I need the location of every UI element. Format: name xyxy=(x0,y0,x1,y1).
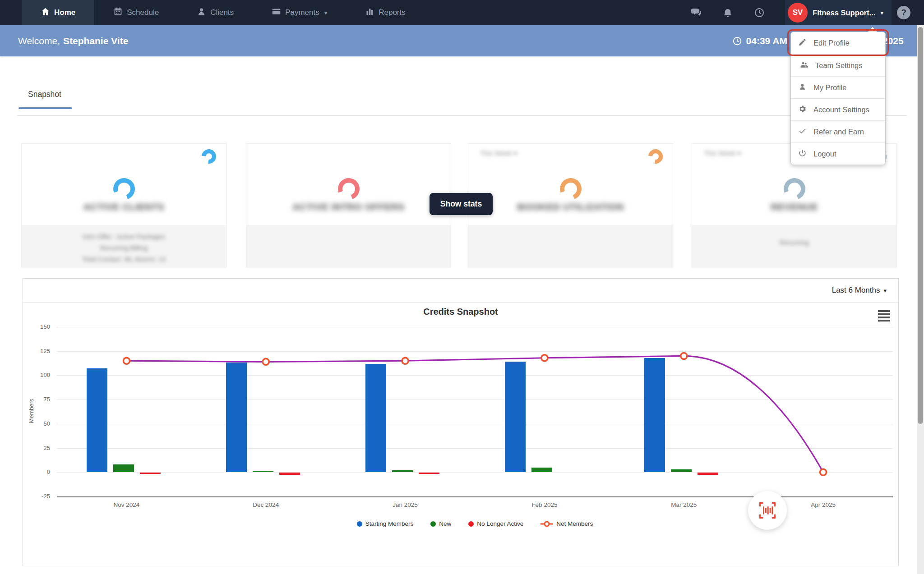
help-icon[interactable]: ? xyxy=(897,6,910,19)
gridline-125 xyxy=(57,351,893,352)
nav-item-payments[interactable]: Payments▾ xyxy=(253,0,346,25)
nav-item-reports[interactable]: Reports xyxy=(346,0,425,25)
power-icon xyxy=(798,149,807,159)
gear-icon xyxy=(798,105,807,115)
card-title: ACTIVE INTRO OFFERS xyxy=(246,202,451,212)
gridline-50 xyxy=(57,424,893,424)
card-footer xyxy=(468,225,673,268)
bar-starting-members-jan-2025[interactable] xyxy=(365,364,386,473)
bar-no-longer-active-dec-2024[interactable] xyxy=(279,473,300,474)
chat-icon[interactable] xyxy=(690,7,702,18)
net-members-marker[interactable] xyxy=(681,353,687,359)
bar-no-longer-active-mar-2025[interactable] xyxy=(698,473,718,474)
chevron-down-icon: ▾ xyxy=(324,9,328,16)
period-selector[interactable]: This Week ▾ xyxy=(704,149,741,157)
bar-starting-members-mar-2025[interactable] xyxy=(644,358,665,473)
card-footer-text: Intro Offer : Active PackagesRecurring B… xyxy=(22,231,226,265)
bar-starting-members-nov-2024[interactable] xyxy=(87,368,107,472)
net-members-marker[interactable] xyxy=(263,358,269,365)
x-tick-label: Feb 2025 xyxy=(513,501,576,508)
y-axis-title: Members xyxy=(28,380,35,443)
bar-starting-members-dec-2024[interactable] xyxy=(226,363,247,472)
profile-menu-trigger[interactable]: SV Fitness Support... ▾ xyxy=(785,0,892,25)
y-tick-label: 0 xyxy=(23,468,50,475)
welcome-greeting: Welcome, xyxy=(18,36,60,46)
scrollbar-thumb[interactable] xyxy=(918,27,923,424)
app: HomeScheduleClientsPayments▾Reports SV F… xyxy=(0,0,924,574)
gridline-100 xyxy=(57,375,893,376)
chart-range-selector[interactable]: Last 6 Months ▾ xyxy=(23,279,898,303)
chart-context-menu-icon[interactable] xyxy=(878,310,890,323)
gridline-0 xyxy=(57,472,893,473)
bar-new-nov-2024[interactable] xyxy=(113,464,134,472)
show-stats-button[interactable]: Show stats xyxy=(430,193,493,215)
bar-no-longer-active-jan-2025[interactable] xyxy=(419,473,439,474)
card-corner-icon[interactable] xyxy=(199,146,219,166)
card-title: REVENUE xyxy=(692,202,896,212)
nav-item-clients[interactable]: Clients xyxy=(178,0,253,25)
chart-title: Credits Snapshot xyxy=(23,307,898,317)
scan-badge[interactable] xyxy=(748,491,787,530)
card-corner-icon[interactable] xyxy=(645,146,665,166)
recent-activity-clock-icon[interactable] xyxy=(753,7,765,18)
menu-item-logout[interactable]: Logout xyxy=(791,142,885,165)
y-tick-label: 150 xyxy=(23,323,50,330)
bar-no-longer-active-nov-2024[interactable] xyxy=(140,473,161,474)
net-members-marker[interactable] xyxy=(402,358,408,364)
bar-new-mar-2025[interactable] xyxy=(671,469,692,472)
legend-line-marker xyxy=(541,521,553,527)
scrollbar-track[interactable] xyxy=(917,25,924,574)
chevron-down-icon: ▾ xyxy=(883,287,887,294)
main-nav: HomeScheduleClientsPayments▾Reports xyxy=(22,0,425,25)
person-icon xyxy=(197,7,206,18)
menu-item-account-settings[interactable]: Account Settings xyxy=(791,98,885,120)
stat-card-active-intro-offers: ACTIVE INTRO OFFERS xyxy=(246,143,451,267)
legend-item-new[interactable]: New xyxy=(430,520,451,527)
welcome-text: Welcome, Stephanie Vite xyxy=(18,25,128,56)
tab-snapshot[interactable]: Snapshot xyxy=(28,90,61,99)
legend-dot xyxy=(357,521,362,527)
card-footer-text: Recurring xyxy=(692,239,896,246)
y-tick-label: 125 xyxy=(23,348,50,354)
card-title: BOOKED UTILIZATION xyxy=(468,202,673,212)
credit-card-icon xyxy=(272,7,281,18)
menu-item-team-settings[interactable]: Team Settings xyxy=(791,54,885,76)
net-members-marker[interactable] xyxy=(123,358,129,364)
stat-card-active-clients: ACTIVE CLIENTSIntro Offer : Active Packa… xyxy=(21,143,226,267)
nav-item-home[interactable]: Home xyxy=(22,0,94,25)
barcode-icon xyxy=(758,501,777,520)
tab-active-underline xyxy=(18,107,72,109)
clock-icon xyxy=(732,36,742,46)
profile-dropdown: Edit ProfileTeam SettingsMy ProfileAccou… xyxy=(790,32,886,165)
nav-item-schedule[interactable]: Schedule xyxy=(94,0,178,25)
notifications-bell-icon[interactable] xyxy=(722,7,734,18)
net-members-marker[interactable] xyxy=(541,355,548,361)
bar-new-jan-2025[interactable] xyxy=(392,470,413,472)
profile-name: Fitness Support... xyxy=(813,9,875,17)
y-tick-label: 75 xyxy=(23,396,50,403)
check-icon xyxy=(798,127,807,137)
users-icon xyxy=(800,60,808,71)
menu-item-edit-profile[interactable]: Edit Profile xyxy=(791,32,885,54)
legend-item-no-longer-active[interactable]: No Longer Active xyxy=(468,520,523,527)
bar-starting-members-feb-2025[interactable] xyxy=(505,362,526,472)
legend-item-starting-members[interactable]: Starting Members xyxy=(357,520,414,527)
tab-divider xyxy=(17,115,907,116)
top-navbar: HomeScheduleClientsPayments▾Reports SV F… xyxy=(0,0,924,25)
gridline-75 xyxy=(57,400,893,400)
profile-dropdown-items: Edit ProfileTeam SettingsMy ProfileAccou… xyxy=(790,32,886,165)
bar-new-feb-2025[interactable] xyxy=(531,468,552,473)
menu-item-my-profile[interactable]: My Profile xyxy=(791,76,885,98)
menu-item-refer-and-earn[interactable]: Refer and Earn xyxy=(791,120,885,142)
bar-chart-icon xyxy=(365,7,374,18)
avatar: SV xyxy=(788,3,808,23)
card-footer xyxy=(246,225,451,268)
period-selector[interactable]: This Week ▾ xyxy=(480,149,517,157)
loading-spinner xyxy=(334,174,363,203)
loading-spinner xyxy=(110,174,139,203)
legend-dot xyxy=(468,521,474,527)
chevron-down-icon: ▾ xyxy=(880,9,883,16)
legend-item-net-members[interactable]: Net Members xyxy=(541,520,593,527)
bar-new-dec-2024[interactable] xyxy=(253,471,273,472)
calendar-icon xyxy=(113,7,123,18)
